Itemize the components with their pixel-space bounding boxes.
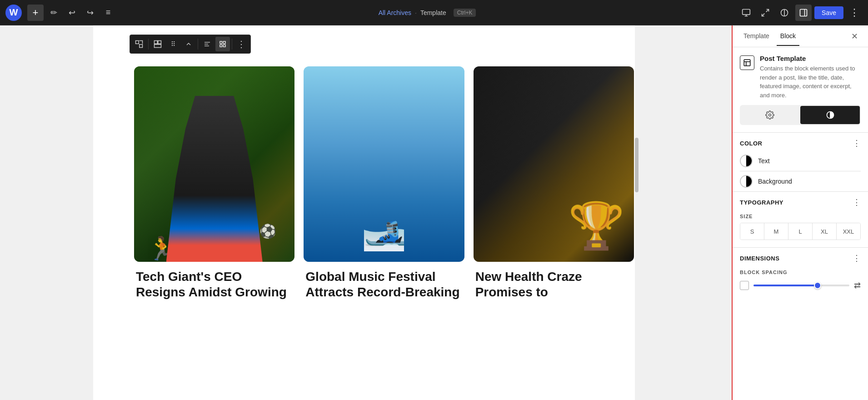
canvas-content: ⠿ bbox=[93, 25, 639, 400]
add-block-button[interactable]: + bbox=[27, 5, 44, 21]
text-color-row[interactable]: Text bbox=[733, 151, 868, 171]
svg-rect-5 bbox=[136, 41, 139, 44]
spacing-row: ⇄ bbox=[740, 280, 861, 290]
trophy-figure: 🏆 bbox=[568, 199, 625, 253]
shortcut-badge: Ctrl+K bbox=[454, 9, 476, 17]
block-align-button[interactable] bbox=[200, 37, 215, 51]
styles-toggle-btn[interactable]: Styles bbox=[800, 106, 860, 124]
post-template-header: Post Template Contains the block element… bbox=[740, 55, 861, 100]
style-toggle: Styles bbox=[740, 105, 861, 125]
template-name: Template bbox=[420, 9, 446, 16]
svg-line-1 bbox=[766, 9, 769, 12]
svg-point-20 bbox=[768, 114, 771, 116]
size-label: SIZE bbox=[740, 214, 861, 219]
post-card-3: 🏆 New Health Craze Promises to bbox=[474, 66, 634, 300]
text-color-swatch[interactable] bbox=[740, 155, 753, 167]
dimensions-section: Dimensions ⋮ BLOCK SPACING ⇄ bbox=[733, 247, 868, 298]
settings-sidebar-button[interactable] bbox=[795, 5, 812, 21]
dimensions-section-title: Dimensions bbox=[740, 255, 779, 262]
block-drag-handle[interactable]: ⠿ bbox=[166, 37, 180, 51]
panel-close-button[interactable]: ✕ bbox=[848, 30, 861, 43]
color-section: Color ⋮ Text Background bbox=[733, 133, 868, 191]
block-transform-button[interactable] bbox=[132, 37, 146, 51]
block-grid-button[interactable] bbox=[215, 37, 230, 51]
post-card-image-3: 🏆 bbox=[474, 66, 634, 262]
contrast-button[interactable] bbox=[776, 5, 793, 21]
typography-section-title: Typography bbox=[740, 199, 783, 206]
post-card-image-1: 🏃 ⚽ bbox=[134, 66, 294, 262]
post-template-section: Post Template Contains the block element… bbox=[733, 47, 868, 133]
dimensions-section-header: Dimensions ⋮ bbox=[733, 248, 868, 266]
size-btn-m[interactable]: M bbox=[764, 223, 788, 240]
color-more-button[interactable]: ⋮ bbox=[853, 139, 861, 147]
undo-button[interactable]: ↩ bbox=[64, 5, 80, 21]
svg-rect-8 bbox=[158, 41, 161, 44]
svg-rect-17 bbox=[744, 60, 750, 66]
fullscreen-button[interactable] bbox=[757, 5, 773, 21]
typography-section: Typography ⋮ SIZE S M L XL XXL bbox=[733, 191, 868, 247]
svg-rect-6 bbox=[140, 45, 143, 48]
panel-header: Template Block ✕ bbox=[733, 25, 868, 47]
spacing-reset-button[interactable]: ⇄ bbox=[854, 280, 861, 290]
post-title-3: New Health Craze Promises to bbox=[474, 269, 634, 300]
post-template-desc: Contains the block elements used to rend… bbox=[760, 64, 861, 100]
size-section: SIZE S M L XL XXL bbox=[733, 210, 868, 247]
dimensions-inner: BLOCK SPACING ⇄ bbox=[733, 266, 868, 298]
tab-template[interactable]: Template bbox=[740, 27, 773, 46]
canvas-background: ⠿ bbox=[0, 25, 732, 400]
svg-rect-4 bbox=[800, 9, 807, 16]
scrollbar-track[interactable] bbox=[635, 25, 639, 400]
size-btn-xl[interactable]: XL bbox=[813, 223, 837, 240]
background-color-swatch[interactable] bbox=[740, 175, 753, 188]
post-template-icon bbox=[740, 55, 754, 70]
canvas-area: ⠿ bbox=[0, 25, 732, 400]
spacing-thumb[interactable] bbox=[814, 282, 821, 289]
post-template-info: Post Template Contains the block element… bbox=[760, 55, 861, 100]
redo-button[interactable]: ↪ bbox=[82, 5, 98, 21]
color-section-title: Color bbox=[740, 140, 762, 147]
settings-toggle-btn[interactable] bbox=[740, 106, 799, 124]
toolbar-divider-1 bbox=[148, 39, 149, 50]
dimensions-more-button[interactable]: ⋮ bbox=[853, 254, 861, 262]
breadcrumb-center: All Archives · Template Ctrl+K bbox=[118, 9, 736, 17]
tab-block[interactable]: Block bbox=[777, 27, 799, 46]
list-view-button[interactable]: ≡ bbox=[100, 5, 116, 21]
size-btn-s[interactable]: S bbox=[740, 223, 764, 240]
spacing-fill bbox=[753, 285, 816, 286]
spacing-track bbox=[753, 285, 849, 286]
block-move-button[interactable] bbox=[181, 37, 196, 51]
save-button[interactable]: Save bbox=[814, 6, 843, 19]
block-more-button[interactable]: ⋮ bbox=[234, 37, 249, 51]
wp-logo[interactable]: W bbox=[5, 5, 22, 21]
typography-more-button[interactable]: ⋮ bbox=[853, 198, 861, 206]
tools-button[interactable]: ✏ bbox=[45, 5, 62, 21]
size-btn-xxl[interactable]: XXL bbox=[837, 223, 860, 240]
main-area: ⠿ bbox=[0, 25, 868, 400]
block-toolbar: ⠿ bbox=[130, 35, 251, 54]
post-title-2: Global Music Festival Attracts Record-Br… bbox=[304, 269, 464, 300]
post-template-title: Post Template bbox=[760, 55, 861, 62]
spacing-checkbox[interactable] bbox=[740, 281, 749, 290]
posts-grid: 🏃 ⚽ Tech Giant's CEO Resigns Amidst Grow… bbox=[130, 62, 639, 304]
block-layout-button[interactable] bbox=[150, 37, 165, 51]
post-title-1: Tech Giant's CEO Resigns Amidst Growing bbox=[134, 269, 294, 300]
svg-rect-9 bbox=[155, 45, 161, 48]
typography-section-header: Typography ⋮ bbox=[733, 192, 868, 210]
background-color-row[interactable]: Background bbox=[733, 171, 868, 191]
top-toolbar: W + ✏ ↩ ↪ ≡ All Archives · Template Ctrl… bbox=[0, 0, 868, 25]
scrollbar-thumb[interactable] bbox=[635, 138, 639, 192]
size-btn-l[interactable]: L bbox=[788, 223, 813, 240]
all-archives-link[interactable]: All Archives bbox=[379, 9, 411, 16]
right-toolbar-group: Save ⋮ bbox=[738, 5, 863, 21]
preview-desktop-button[interactable] bbox=[738, 5, 754, 21]
size-buttons-group: S M L XL XXL bbox=[740, 223, 861, 240]
svg-rect-14 bbox=[223, 41, 225, 44]
post-card-2: 🎿 Global Music Festival Attracts Record-… bbox=[304, 66, 464, 300]
spacing-slider[interactable] bbox=[753, 285, 849, 286]
svg-rect-0 bbox=[743, 9, 750, 15]
toolbar-divider-2 bbox=[198, 39, 198, 50]
more-options-button[interactable]: ⋮ bbox=[846, 5, 863, 21]
breadcrumb-separator: · bbox=[415, 9, 417, 16]
svg-rect-13 bbox=[220, 41, 222, 44]
skier-figure: 🎿 bbox=[361, 210, 407, 253]
